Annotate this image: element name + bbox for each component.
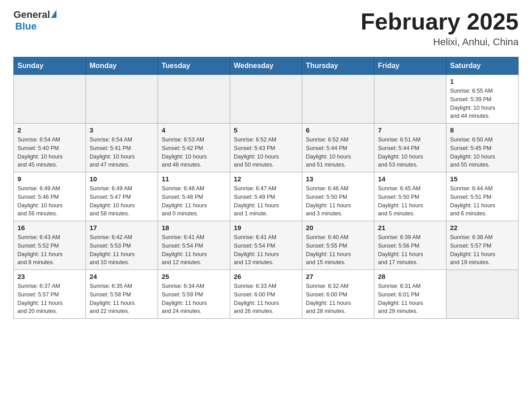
calendar-week-row: 16Sunrise: 6:43 AM Sunset: 5:52 PM Dayli… xyxy=(14,221,519,270)
calendar-week-row: 9Sunrise: 6:49 AM Sunset: 5:46 PM Daylig… xyxy=(14,172,519,221)
day-number: 8 xyxy=(450,126,515,134)
page-header: General Blue February 2025 Helixi, Anhui… xyxy=(13,9,519,48)
day-number: 2 xyxy=(17,126,82,134)
day-number: 14 xyxy=(378,175,442,183)
logo-blue-text: Blue xyxy=(15,21,37,32)
day-number: 15 xyxy=(450,175,515,183)
day-number: 23 xyxy=(17,273,82,280)
day-info: Sunrise: 6:32 AM Sunset: 6:00 PM Dayligh… xyxy=(306,282,370,316)
day-info: Sunrise: 6:31 AM Sunset: 6:01 PM Dayligh… xyxy=(378,282,442,316)
day-number: 17 xyxy=(90,224,154,231)
day-info: Sunrise: 6:46 AM Sunset: 5:50 PM Dayligh… xyxy=(306,184,370,218)
calendar-cell: 27Sunrise: 6:32 AM Sunset: 6:00 PM Dayli… xyxy=(302,270,374,319)
day-info: Sunrise: 6:51 AM Sunset: 5:44 PM Dayligh… xyxy=(378,136,442,169)
day-number: 13 xyxy=(306,175,370,183)
day-info: Sunrise: 6:55 AM Sunset: 5:39 PM Dayligh… xyxy=(450,87,515,120)
day-info: Sunrise: 6:34 AM Sunset: 5:59 PM Dayligh… xyxy=(162,282,226,316)
calendar-cell: 26Sunrise: 6:33 AM Sunset: 6:00 PM Dayli… xyxy=(230,270,302,319)
calendar-cell xyxy=(230,75,302,124)
day-info: Sunrise: 6:47 AM Sunset: 5:49 PM Dayligh… xyxy=(234,184,298,218)
calendar-cell: 23Sunrise: 6:37 AM Sunset: 5:57 PM Dayli… xyxy=(14,270,86,319)
day-info: Sunrise: 6:38 AM Sunset: 5:57 PM Dayligh… xyxy=(450,233,515,267)
day-info: Sunrise: 6:45 AM Sunset: 5:50 PM Dayligh… xyxy=(378,184,442,218)
day-number: 4 xyxy=(162,126,226,134)
calendar-cell: 16Sunrise: 6:43 AM Sunset: 5:52 PM Dayli… xyxy=(14,221,86,270)
day-number: 7 xyxy=(378,126,442,134)
day-info: Sunrise: 6:40 AM Sunset: 5:55 PM Dayligh… xyxy=(306,233,370,267)
day-number: 12 xyxy=(234,175,298,183)
weekday-header-sunday: Sunday xyxy=(14,57,86,75)
calendar-cell: 15Sunrise: 6:44 AM Sunset: 5:51 PM Dayli… xyxy=(446,172,519,221)
day-info: Sunrise: 6:43 AM Sunset: 5:52 PM Dayligh… xyxy=(17,233,82,267)
weekday-header-friday: Friday xyxy=(374,57,446,75)
day-number: 1 xyxy=(450,77,515,85)
calendar-cell xyxy=(374,75,446,124)
day-number: 27 xyxy=(306,273,370,280)
day-number: 9 xyxy=(17,175,82,183)
calendar-cell: 1Sunrise: 6:55 AM Sunset: 5:39 PM Daylig… xyxy=(446,75,519,124)
weekday-header-wednesday: Wednesday xyxy=(230,57,302,75)
calendar-cell: 6Sunrise: 6:52 AM Sunset: 5:44 PM Daylig… xyxy=(302,124,374,172)
calendar-week-row: 23Sunrise: 6:37 AM Sunset: 5:57 PM Dayli… xyxy=(14,270,519,319)
calendar-cell: 24Sunrise: 6:35 AM Sunset: 5:58 PM Dayli… xyxy=(86,270,158,319)
calendar-cell: 28Sunrise: 6:31 AM Sunset: 6:01 PM Dayli… xyxy=(374,270,446,319)
day-number: 25 xyxy=(162,273,226,280)
calendar-week-row: 1Sunrise: 6:55 AM Sunset: 5:39 PM Daylig… xyxy=(14,75,519,124)
weekday-header-monday: Monday xyxy=(86,57,158,75)
calendar-cell: 5Sunrise: 6:52 AM Sunset: 5:43 PM Daylig… xyxy=(230,124,302,172)
day-info: Sunrise: 6:52 AM Sunset: 5:44 PM Dayligh… xyxy=(306,136,370,169)
calendar-table: SundayMondayTuesdayWednesdayThursdayFrid… xyxy=(13,57,519,319)
day-info: Sunrise: 6:54 AM Sunset: 5:41 PM Dayligh… xyxy=(90,136,154,169)
day-number: 11 xyxy=(162,175,226,183)
calendar-cell: 2Sunrise: 6:54 AM Sunset: 5:40 PM Daylig… xyxy=(14,124,86,172)
day-info: Sunrise: 6:35 AM Sunset: 5:58 PM Dayligh… xyxy=(90,282,154,316)
day-number: 10 xyxy=(90,175,154,183)
calendar-cell: 13Sunrise: 6:46 AM Sunset: 5:50 PM Dayli… xyxy=(302,172,374,221)
day-info: Sunrise: 6:53 AM Sunset: 5:42 PM Dayligh… xyxy=(162,136,226,169)
day-info: Sunrise: 6:49 AM Sunset: 5:46 PM Dayligh… xyxy=(17,184,82,218)
location-title: Helixi, Anhui, China xyxy=(360,36,519,48)
calendar-cell: 14Sunrise: 6:45 AM Sunset: 5:50 PM Dayli… xyxy=(374,172,446,221)
day-info: Sunrise: 6:37 AM Sunset: 5:57 PM Dayligh… xyxy=(17,282,82,316)
weekday-header-tuesday: Tuesday xyxy=(158,57,230,75)
day-number: 20 xyxy=(306,224,370,231)
day-number: 16 xyxy=(17,224,82,231)
calendar-cell: 3Sunrise: 6:54 AM Sunset: 5:41 PM Daylig… xyxy=(86,124,158,172)
day-info: Sunrise: 6:41 AM Sunset: 5:54 PM Dayligh… xyxy=(234,233,298,267)
calendar-cell: 4Sunrise: 6:53 AM Sunset: 5:42 PM Daylig… xyxy=(158,124,230,172)
calendar-cell: 12Sunrise: 6:47 AM Sunset: 5:49 PM Dayli… xyxy=(230,172,302,221)
weekday-header-thursday: Thursday xyxy=(302,57,374,75)
day-number: 19 xyxy=(234,224,298,231)
calendar-cell: 8Sunrise: 6:50 AM Sunset: 5:45 PM Daylig… xyxy=(446,124,519,172)
day-number: 28 xyxy=(378,273,442,280)
calendar-cell: 22Sunrise: 6:38 AM Sunset: 5:57 PM Dayli… xyxy=(446,221,519,270)
day-info: Sunrise: 6:48 AM Sunset: 5:48 PM Dayligh… xyxy=(162,184,226,218)
day-number: 18 xyxy=(162,224,226,231)
weekday-header-saturday: Saturday xyxy=(446,57,519,75)
logo-general-text: General xyxy=(13,9,50,21)
day-number: 3 xyxy=(90,126,154,134)
day-number: 22 xyxy=(450,224,515,231)
logo: General Blue xyxy=(13,9,56,32)
day-number: 5 xyxy=(234,126,298,134)
day-info: Sunrise: 6:52 AM Sunset: 5:43 PM Dayligh… xyxy=(234,136,298,169)
day-number: 6 xyxy=(306,126,370,134)
calendar-cell: 20Sunrise: 6:40 AM Sunset: 5:55 PM Dayli… xyxy=(302,221,374,270)
day-number: 24 xyxy=(90,273,154,280)
month-title: February 2025 xyxy=(360,9,519,34)
calendar-cell xyxy=(158,75,230,124)
day-info: Sunrise: 6:54 AM Sunset: 5:40 PM Dayligh… xyxy=(17,136,82,169)
day-info: Sunrise: 6:50 AM Sunset: 5:45 PM Dayligh… xyxy=(450,136,515,169)
day-info: Sunrise: 6:33 AM Sunset: 6:00 PM Dayligh… xyxy=(234,282,298,316)
calendar-cell: 11Sunrise: 6:48 AM Sunset: 5:48 PM Dayli… xyxy=(158,172,230,221)
title-section: February 2025 Helixi, Anhui, China xyxy=(360,9,519,48)
weekday-header-row: SundayMondayTuesdayWednesdayThursdayFrid… xyxy=(14,57,519,75)
calendar-cell: 7Sunrise: 6:51 AM Sunset: 5:44 PM Daylig… xyxy=(374,124,446,172)
calendar-cell xyxy=(14,75,86,124)
day-number: 21 xyxy=(378,224,442,231)
calendar-week-row: 2Sunrise: 6:54 AM Sunset: 5:40 PM Daylig… xyxy=(14,124,519,172)
calendar-cell xyxy=(86,75,158,124)
calendar-cell xyxy=(446,270,519,319)
calendar-cell: 18Sunrise: 6:41 AM Sunset: 5:54 PM Dayli… xyxy=(158,221,230,270)
day-number: 26 xyxy=(234,273,298,280)
